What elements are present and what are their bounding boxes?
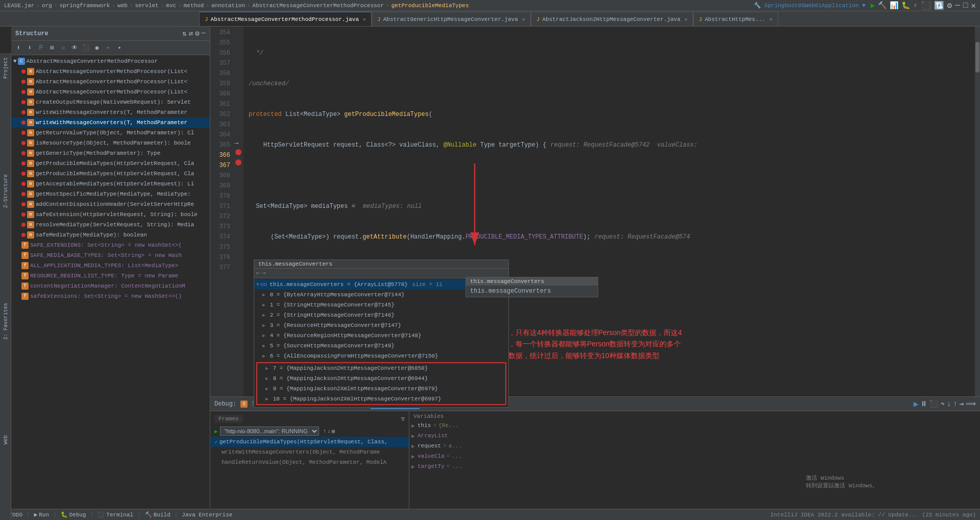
app-selector[interactable]: 🔧 Springboot05Web01Application ▼ <box>754 2 866 9</box>
popup-item-5[interactable]: ▶ 5 = {SourceHttpMessageConverter@7149} <box>254 341 508 351</box>
evaluate-icon[interactable]: ⟹ <box>966 399 976 408</box>
run-button[interactable]: ▶ <box>871 1 875 10</box>
run-cursor-icon[interactable]: ⇥ <box>960 399 964 408</box>
tree-item-class[interactable]: ▼ C AbstractMessageConverterMethodProces… <box>11 56 210 66</box>
link-icon[interactable]: ⬛ <box>81 43 91 53</box>
frame-item-2[interactable]: handleReturnValue(Object, MethodParamete… <box>210 457 409 467</box>
status-build[interactable]: 🔨 Build <box>145 511 170 518</box>
tab-close-icon[interactable]: ✕ <box>684 16 688 22</box>
tree-item-method-isresource[interactable]: m isResourceType(Object, MethodParameter… <box>11 138 210 148</box>
status-run[interactable]: ▶ Run <box>34 511 49 518</box>
tree-item-method-1[interactable]: m AbstractMessageConverterMethodProcesso… <box>11 66 210 77</box>
popup-item-2[interactable]: ▶ 2 = {StringHttpMessageConverter@7146} <box>254 310 508 320</box>
frame-item-1[interactable]: writeWithMessageConverters(Object, Metho… <box>210 447 409 457</box>
frame-item-0[interactable]: ✓ getProducibleMediaTypes(HttpServletReq… <box>210 437 409 447</box>
tab-close-icon[interactable]: ✕ <box>522 16 525 22</box>
minimize-button[interactable]: ─ <box>955 1 960 10</box>
tree-item-method-write2[interactable]: m writeWithMessageConverters(T, MethodPa… <box>11 117 210 128</box>
step-over-icon[interactable]: ↷ <box>940 399 944 408</box>
var-item-request[interactable]: ▶ request = a... <box>409 441 980 451</box>
vertical-scrollbar[interactable] <box>975 27 980 396</box>
down-icon[interactable]: ↓ <box>327 428 331 435</box>
reload-button[interactable]: 🔃 <box>934 1 944 11</box>
popup-item-6[interactable]: ▶ 6 = {AllEncompassingFormHttpMessageCon… <box>254 351 508 361</box>
var-item-arraylist[interactable]: ▶ ArrayList <box>409 431 980 441</box>
sort-icon[interactable]: ⇅ <box>182 29 186 38</box>
status-java-enterprise[interactable]: Java Enterprise <box>182 512 232 518</box>
maximize-button[interactable]: □ <box>963 1 968 10</box>
forward-icon[interactable]: → <box>262 270 265 277</box>
up-icon[interactable]: ↑ <box>323 428 327 435</box>
visibility-icon[interactable]: 👁 <box>69 43 80 53</box>
collapse-all-icon[interactable]: ⊞ <box>47 43 57 53</box>
status-debug[interactable]: 🐛 Debug <box>61 511 86 518</box>
tree-item-method-2[interactable]: m AbstractMessageConverterMethodProcesso… <box>11 77 210 87</box>
thread-selector[interactable]: "http-nio-8080...main": RUNNING <box>220 427 319 436</box>
filter-icon[interactable]: ⊞ <box>332 428 335 435</box>
more-icon[interactable]: ◉ <box>92 43 102 53</box>
tree-item-field-content[interactable]: f contentNegotiationManager: ContentNego… <box>11 281 210 291</box>
profile-button[interactable]: ⚡ <box>913 1 917 10</box>
tree-item-field-safe-media[interactable]: f SAFE_MEDIA_BASE_TYPES: Set<String> = n… <box>11 250 210 261</box>
tree-item-method-resolve[interactable]: m resolveMediaType(ServletRequest, Strin… <box>11 220 210 230</box>
vtab-web[interactable]: Web <box>0 431 11 448</box>
popup-item-3[interactable]: ▶ 3 = {ResourceHttpMessageConverter@7147… <box>254 320 508 330</box>
tree-item-field-resource[interactable]: f RESOURCE_REGION_LIST_TYPE: Type = new … <box>11 271 210 281</box>
tree-item-method-safeext[interactable]: m safeExtension(HttpServletRequest, Stri… <box>11 209 210 220</box>
methods-icon[interactable]: ▪ <box>114 43 125 53</box>
filter-icon[interactable]: ☆ <box>58 43 68 53</box>
filter-frames-icon[interactable]: ▽ <box>401 415 405 423</box>
sort-alpha2-icon[interactable]: ⬇ <box>24 43 35 53</box>
sort-alpha-icon[interactable]: ⬆ <box>13 43 23 53</box>
tree-item-method-getacceptable[interactable]: m getAcceptableMediaTypes(HttpServletReq… <box>11 179 210 189</box>
close-panel-icon[interactable]: ─ <box>202 29 206 38</box>
tree-item-method-create[interactable]: m createOutputMessage(NativeWebRequest):… <box>11 97 210 107</box>
popup-item-10[interactable]: ▶ 10 = {MappingJackson2XmlHttpMessageCon… <box>257 394 505 404</box>
tab-close-icon[interactable]: ✕ <box>363 16 366 22</box>
vtab-favorites[interactable]: 2: Favorites <box>0 299 11 344</box>
sort2-icon[interactable]: ⇄ <box>189 29 193 38</box>
var-item-valueclass[interactable]: ▶ valueCla = ... <box>409 451 980 461</box>
var-item-targettype[interactable]: ▶ targetTy = ... <box>409 461 980 471</box>
tab-abstract-jackson[interactable]: J AbstractJackson2HttpMessageConverter.j… <box>531 12 693 26</box>
expand-all-icon[interactable]: P <box>36 43 46 53</box>
tree-item-method-getmost[interactable]: m getMostSpecificMediaType(MediaType, Me… <box>11 189 210 199</box>
tree-item-method-write1[interactable]: m writeWithMessageConverters(T, MethodPa… <box>11 107 210 117</box>
coverage-button[interactable]: 📊 <box>890 1 898 10</box>
popup-item-9[interactable]: ▶ 9 = {MappingJackson2XmlHttpMessageConv… <box>257 384 505 394</box>
pause-icon[interactable]: ⏸ <box>920 400 927 408</box>
popup-item-8[interactable]: ▶ 8 = {MappingJackson2HttpMessageConvert… <box>257 373 505 384</box>
close-button[interactable]: ✕ <box>971 1 976 11</box>
tree-item-method-getproducible2[interactable]: m getProducibleMediaTypes(HttpServletReq… <box>11 169 210 179</box>
tree-item-method-getproducible1[interactable]: m getProducibleMediaTypes(HttpServletReq… <box>11 158 210 169</box>
tree-item-field-safeext2[interactable]: f safeExtensions: Set<String> = new Hash… <box>11 291 210 301</box>
status-terminal[interactable]: ⬛ Terminal <box>97 511 133 518</box>
vtab-project[interactable]: Project <box>0 53 11 83</box>
tab-abstract-message-converter[interactable]: J AbstractMessageConverterMethodProcesso… <box>199 12 372 26</box>
settings-button[interactable]: ⚙ <box>947 1 952 11</box>
settings-icon[interactable]: ⚙ <box>195 29 199 38</box>
tree-item-method-addcontent[interactable]: m addContentDispositionHeader(ServletSer… <box>11 199 210 209</box>
popup-item-1[interactable]: ▶ 1 = {StringHttpMessageConverter@7145} <box>254 300 508 310</box>
tree-item-method-getgeneric[interactable]: m getGenericType(MethodParameter): Type <box>11 148 210 158</box>
popup-item-4[interactable]: ▶ 4 = {ResourceRegionHttpMessageConverte… <box>254 330 508 341</box>
tab-abstract-generic[interactable]: J AbstractGenericHttpMessageConverter.ja… <box>372 12 531 26</box>
resume-icon[interactable]: ▶ <box>914 399 919 409</box>
vtab-z-structure[interactable]: Z-Structure <box>0 170 11 212</box>
step-out-icon[interactable]: ↑ <box>953 400 957 408</box>
step-into-icon[interactable]: ↓ <box>947 400 951 408</box>
tab-abstract-http[interactable]: J AbstractHttpMes... ✕ <box>693 12 778 26</box>
tree-item-method-3[interactable]: m AbstractMessageConverterMethodProcesso… <box>11 87 210 97</box>
stop-button[interactable]: ⬛ <box>921 1 931 11</box>
var-item-this[interactable]: ▶ this = {Re... <box>409 420 980 431</box>
fields-icon[interactable]: ▫ <box>103 43 113 53</box>
tree-item-field-all-app[interactable]: f ALL_APPLICATION_MEDIA_TYPES: List<Medi… <box>11 261 210 271</box>
stop-icon[interactable]: ⬛ <box>929 399 938 408</box>
scrollbar-thumb[interactable] <box>975 42 979 73</box>
tree-item-method-safemedia[interactable]: m safeMediaType(MediaType): boolean <box>11 230 210 240</box>
debug-button[interactable]: 🐛 <box>901 1 910 10</box>
back-icon[interactable]: ← <box>256 270 260 277</box>
build-button[interactable]: 🔨 <box>878 1 887 10</box>
tree-item-method-getreturn[interactable]: m getReturnValueType(Object, MethodParam… <box>11 128 210 138</box>
tab-close-icon[interactable]: ✕ <box>770 16 773 22</box>
